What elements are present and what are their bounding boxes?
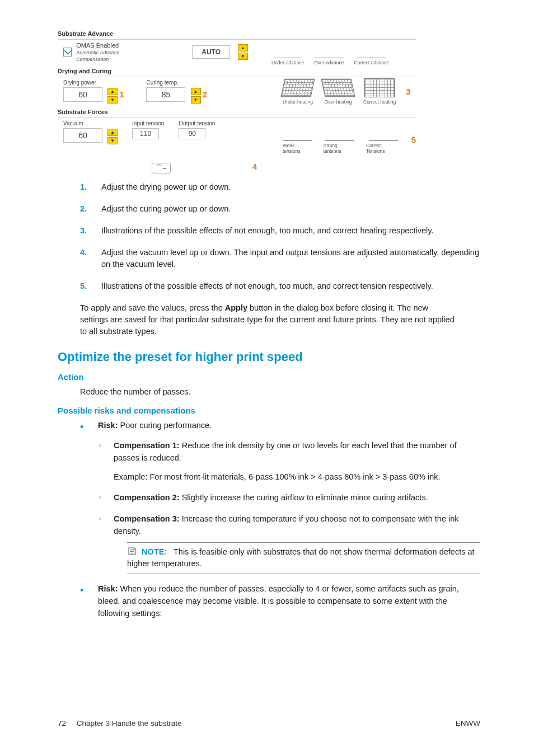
curing-temp-value[interactable]: 85 — [146, 87, 185, 102]
input-tension-label: Input tension — [132, 120, 164, 126]
note-label: NOTE: — [142, 547, 167, 556]
output-tension-label: Output tension — [179, 120, 215, 126]
step-3: Illustrations of the possible effects of… — [101, 225, 434, 237]
note-text: This is feasible only with substrates th… — [127, 547, 475, 569]
note-icon — [127, 546, 137, 556]
note-box: NOTE: This is feasible only with substra… — [127, 542, 480, 575]
risk-1: Risk: Poor curing performance. Compensat… — [80, 420, 480, 574]
omas-sub: Automatic Advance Compensation — [76, 50, 119, 62]
apply-paragraph: To apply and save the values, press the … — [80, 302, 458, 337]
auto-button[interactable]: AUTO — [192, 45, 230, 59]
curing-temp-label: Curing temp. — [146, 79, 207, 86]
section-heading-optimize: Optimize the preset for higher print spe… — [58, 350, 480, 364]
callout-5: 5 — [411, 135, 416, 144]
section-forces-title: Substrate Forces — [58, 109, 416, 115]
section-advance-title: Substrate Advance — [58, 30, 416, 37]
step-1: Adjust the drying power up or down. — [101, 181, 231, 193]
input-tension-value: 110 — [132, 128, 159, 139]
heating-illustrations: Under-heating Over-heating Correct heati… — [283, 78, 410, 105]
comp-1: Compensation 1: Reduce the ink density b… — [99, 440, 480, 483]
omas-checkbox[interactable] — [63, 48, 72, 57]
curing-stepper[interactable]: ▲▼ — [191, 87, 201, 104]
comp-2: Compensation 2: Slightly increase the cu… — [99, 492, 480, 504]
callout-1: 1 — [119, 90, 124, 99]
page-number: 72 — [58, 719, 66, 727]
drying-power-label: Drying power — [63, 79, 124, 86]
callout-3: 3 — [406, 87, 410, 96]
callout-4: 4 — [252, 162, 257, 171]
comp-1-example: Example: For most front-lit materials, 6… — [114, 471, 480, 483]
link-icon: ⌒⌣ — [152, 163, 171, 173]
auto-stepper[interactable]: ▲▼ — [238, 44, 248, 60]
omas-label: OMAS Enabled — [76, 42, 119, 49]
advance-illustrations: Under-advance Over-advance Correct advan… — [271, 42, 389, 65]
section-drying-title: Drying and Curing — [58, 68, 416, 74]
callout-2: 2 — [203, 90, 207, 99]
vacuum-value[interactable]: 60 — [63, 128, 102, 143]
sub-heading-action: Action — [58, 372, 480, 382]
vacuum-stepper[interactable]: ▲▼ — [107, 128, 118, 145]
omas-label-group: OMAS Enabled Automatic Advance Compensat… — [76, 42, 149, 62]
step-2: Adjust the curing power up or down. — [101, 203, 231, 215]
comp-3: Compensation 3: Increase the curing temp… — [99, 513, 480, 574]
sub-heading-risks: Possible risks and compensations — [58, 406, 480, 415]
settings-screenshot: Substrate Advance OMAS Enabled Automatic… — [58, 30, 416, 176]
footer-right: ENWW — [456, 719, 480, 727]
output-tension-value: 90 — [179, 128, 205, 139]
numbered-steps: 1.Adjust the drying power up or down. 2.… — [80, 181, 480, 292]
chapter-title: Chapter 3 Handle the substrate — [77, 719, 182, 727]
page-footer: 72 Chapter 3 Handle the substrate ENWW — [58, 719, 480, 727]
tension-illustrations: Weak tensions Strong tensions Correct Te… — [283, 125, 416, 154]
action-text: Reduce the number of passes. — [80, 386, 480, 398]
drying-stepper[interactable]: ▲▼ — [107, 87, 118, 104]
risk-2: Risk: When you reduce the number of pass… — [80, 583, 480, 619]
step-4: Adjust the vacuum level up or down. The … — [101, 247, 480, 270]
vacuum-label: Vacuum — [63, 120, 118, 126]
step-5: Illustrations of the possible effects of… — [101, 280, 433, 292]
drying-power-value[interactable]: 60 — [63, 87, 102, 102]
